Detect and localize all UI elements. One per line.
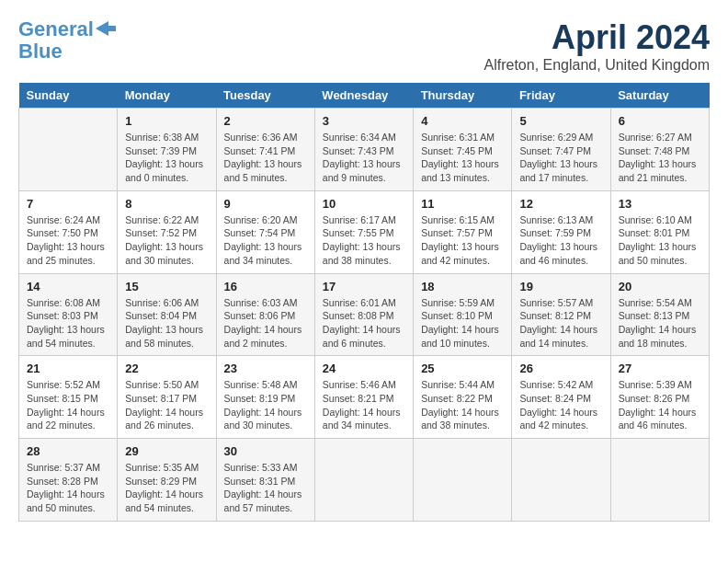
calendar-cell: 28Sunrise: 5:37 AM Sunset: 8:28 PM Dayli…: [19, 439, 118, 522]
calendar-week-row: 1Sunrise: 6:38 AM Sunset: 7:39 PM Daylig…: [19, 109, 710, 191]
calendar-cell: 10Sunrise: 6:17 AM Sunset: 7:55 PM Dayli…: [314, 190, 413, 273]
calendar-cell: 2Sunrise: 6:36 AM Sunset: 7:41 PM Daylig…: [216, 109, 314, 191]
day-info: Sunrise: 6:34 AM Sunset: 7:43 PM Dayligh…: [323, 131, 405, 185]
day-number: 16: [224, 280, 307, 293]
calendar-week-row: 21Sunrise: 5:52 AM Sunset: 8:15 PM Dayli…: [19, 356, 710, 439]
day-info: Sunrise: 5:37 AM Sunset: 8:28 PM Dayligh…: [27, 461, 109, 515]
calendar-cell: 3Sunrise: 6:34 AM Sunset: 7:43 PM Daylig…: [314, 109, 413, 191]
calendar-week-row: 14Sunrise: 6:08 AM Sunset: 8:03 PM Dayli…: [19, 273, 710, 356]
day-number: 2: [224, 114, 307, 128]
calendar-cell: 11Sunrise: 6:15 AM Sunset: 7:57 PM Dayli…: [414, 190, 512, 273]
header-saturday: Saturday: [610, 83, 709, 109]
day-info: Sunrise: 5:44 AM Sunset: 8:22 PM Dayligh…: [421, 378, 504, 432]
calendar-week-row: 28Sunrise: 5:37 AM Sunset: 8:28 PM Dayli…: [19, 439, 710, 522]
calendar-cell: 30Sunrise: 5:33 AM Sunset: 8:31 PM Dayli…: [216, 439, 314, 522]
logo: General Blue: [18, 18, 116, 63]
header-friday: Friday: [512, 83, 610, 109]
day-info: Sunrise: 5:46 AM Sunset: 8:21 PM Dayligh…: [323, 378, 405, 432]
calendar-cell: 5Sunrise: 6:29 AM Sunset: 7:47 PM Daylig…: [512, 109, 610, 191]
day-info: Sunrise: 6:24 AM Sunset: 7:50 PM Dayligh…: [27, 213, 109, 268]
calendar-cell: 12Sunrise: 6:13 AM Sunset: 7:59 PM Dayli…: [512, 190, 610, 273]
day-info: Sunrise: 5:50 AM Sunset: 8:17 PM Dayligh…: [125, 378, 208, 432]
day-number: 24: [323, 362, 405, 375]
calendar-header-row: SundayMondayTuesdayWednesdayThursdayFrid…: [19, 83, 710, 109]
day-number: 25: [421, 362, 504, 375]
calendar-cell: [19, 109, 118, 191]
calendar-cell: 15Sunrise: 6:06 AM Sunset: 8:04 PM Dayli…: [118, 273, 216, 356]
day-number: 19: [519, 280, 602, 293]
calendar-cell: 18Sunrise: 5:59 AM Sunset: 8:10 PM Dayli…: [414, 273, 512, 356]
header-sunday: Sunday: [19, 83, 118, 109]
calendar-cell: [610, 439, 709, 522]
day-number: 29: [125, 444, 208, 458]
day-info: Sunrise: 5:59 AM Sunset: 8:10 PM Dayligh…: [421, 296, 504, 350]
day-number: 3: [323, 114, 405, 128]
day-number: 4: [421, 114, 504, 128]
day-info: Sunrise: 6:15 AM Sunset: 7:57 PM Dayligh…: [421, 213, 504, 268]
day-number: 28: [27, 444, 109, 458]
day-info: Sunrise: 5:48 AM Sunset: 8:19 PM Dayligh…: [224, 378, 307, 432]
calendar-cell: 29Sunrise: 5:35 AM Sunset: 8:29 PM Dayli…: [118, 439, 216, 522]
day-info: Sunrise: 6:27 AM Sunset: 7:48 PM Dayligh…: [619, 131, 701, 185]
header-monday: Monday: [118, 83, 216, 109]
day-info: Sunrise: 5:42 AM Sunset: 8:24 PM Dayligh…: [519, 378, 602, 432]
calendar-cell: 19Sunrise: 5:57 AM Sunset: 8:12 PM Dayli…: [512, 273, 610, 356]
day-number: 22: [125, 362, 208, 375]
calendar-cell: 1Sunrise: 6:38 AM Sunset: 7:39 PM Daylig…: [118, 109, 216, 191]
day-info: Sunrise: 6:17 AM Sunset: 7:55 PM Dayligh…: [323, 213, 405, 268]
calendar-cell: 21Sunrise: 5:52 AM Sunset: 8:15 PM Dayli…: [19, 356, 118, 439]
day-number: 15: [125, 280, 208, 293]
day-info: Sunrise: 5:35 AM Sunset: 8:29 PM Dayligh…: [125, 461, 208, 515]
calendar-cell: 26Sunrise: 5:42 AM Sunset: 8:24 PM Dayli…: [512, 356, 610, 439]
calendar-cell: 24Sunrise: 5:46 AM Sunset: 8:21 PM Dayli…: [314, 356, 413, 439]
calendar-cell: 8Sunrise: 6:22 AM Sunset: 7:52 PM Daylig…: [118, 190, 216, 273]
header-thursday: Thursday: [414, 83, 512, 109]
calendar-cell: 6Sunrise: 6:27 AM Sunset: 7:48 PM Daylig…: [610, 109, 709, 191]
day-info: Sunrise: 5:52 AM Sunset: 8:15 PM Dayligh…: [27, 378, 109, 432]
calendar-cell: [512, 439, 610, 522]
day-number: 12: [519, 197, 602, 211]
calendar-cell: 27Sunrise: 5:39 AM Sunset: 8:26 PM Dayli…: [610, 356, 709, 439]
calendar-cell: [314, 439, 413, 522]
calendar-cell: 22Sunrise: 5:50 AM Sunset: 8:17 PM Dayli…: [118, 356, 216, 439]
day-number: 8: [125, 197, 208, 211]
day-info: Sunrise: 5:39 AM Sunset: 8:26 PM Dayligh…: [619, 378, 701, 432]
day-number: 6: [619, 114, 701, 128]
day-info: Sunrise: 5:33 AM Sunset: 8:31 PM Dayligh…: [224, 461, 307, 515]
day-info: Sunrise: 5:54 AM Sunset: 8:13 PM Dayligh…: [619, 296, 701, 350]
day-info: Sunrise: 6:13 AM Sunset: 7:59 PM Dayligh…: [519, 213, 602, 268]
calendar-cell: 25Sunrise: 5:44 AM Sunset: 8:22 PM Dayli…: [414, 356, 512, 439]
day-info: Sunrise: 6:29 AM Sunset: 7:47 PM Dayligh…: [519, 131, 602, 185]
day-number: 26: [519, 362, 602, 375]
calendar-cell: 20Sunrise: 5:54 AM Sunset: 8:13 PM Dayli…: [610, 273, 709, 356]
day-info: Sunrise: 6:38 AM Sunset: 7:39 PM Dayligh…: [125, 131, 208, 185]
day-info: Sunrise: 6:03 AM Sunset: 8:06 PM Dayligh…: [224, 296, 307, 350]
calendar-table: SundayMondayTuesdayWednesdayThursdayFrid…: [18, 83, 710, 522]
page-header: General Blue April 2024 Alfreton, Englan…: [18, 18, 710, 74]
day-number: 5: [519, 114, 602, 128]
day-number: 17: [323, 280, 405, 293]
day-number: 9: [224, 197, 307, 211]
day-info: Sunrise: 5:57 AM Sunset: 8:12 PM Dayligh…: [519, 296, 602, 350]
title-section: April 2024 Alfreton, England, United Kin…: [484, 18, 710, 74]
logo-text: General: [18, 18, 94, 40]
calendar-cell: 7Sunrise: 6:24 AM Sunset: 7:50 PM Daylig…: [19, 190, 118, 273]
calendar-cell: 9Sunrise: 6:20 AM Sunset: 7:54 PM Daylig…: [216, 190, 314, 273]
svg-marker-0: [96, 21, 116, 36]
day-number: 13: [619, 197, 701, 211]
day-number: 27: [619, 362, 701, 375]
header-wednesday: Wednesday: [314, 83, 413, 109]
day-number: 1: [125, 114, 208, 128]
day-number: 30: [224, 444, 307, 458]
calendar-cell: 17Sunrise: 6:01 AM Sunset: 8:08 PM Dayli…: [314, 273, 413, 356]
day-info: Sunrise: 6:01 AM Sunset: 8:08 PM Dayligh…: [323, 296, 405, 350]
day-info: Sunrise: 6:06 AM Sunset: 8:04 PM Dayligh…: [125, 296, 208, 350]
calendar-cell: 16Sunrise: 6:03 AM Sunset: 8:06 PM Dayli…: [216, 273, 314, 356]
day-number: 23: [224, 362, 307, 375]
day-number: 20: [619, 280, 701, 293]
calendar-cell: 23Sunrise: 5:48 AM Sunset: 8:19 PM Dayli…: [216, 356, 314, 439]
calendar-cell: 14Sunrise: 6:08 AM Sunset: 8:03 PM Dayli…: [19, 273, 118, 356]
day-number: 11: [421, 197, 504, 211]
month-title: April 2024: [484, 18, 710, 57]
logo-blue-text: Blue: [18, 40, 63, 63]
